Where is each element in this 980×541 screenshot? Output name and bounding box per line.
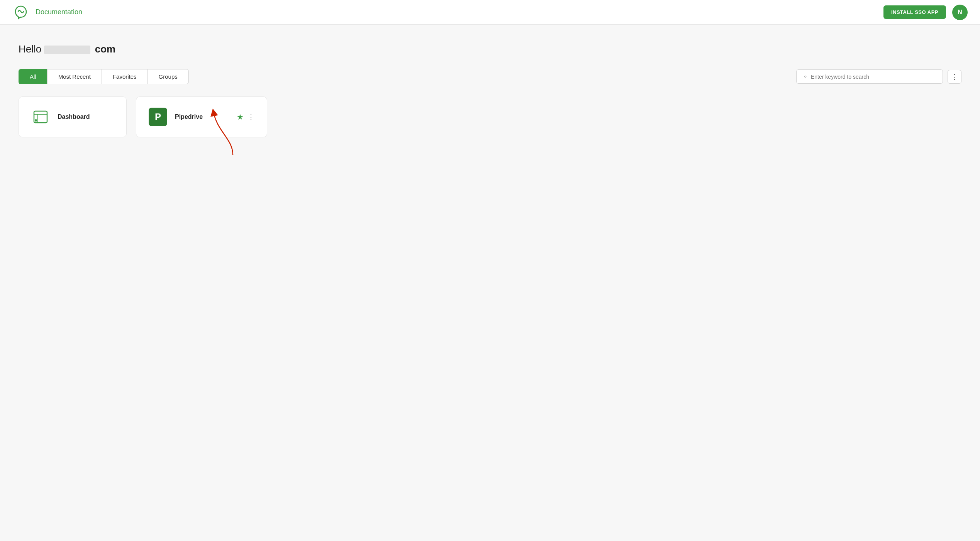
greeting-name-redacted [44,46,90,54]
nav-title: Documentation [36,8,82,16]
navbar-right: INSTALL SSO APP N [883,5,968,20]
navbar-left: Documentation [12,4,82,21]
favorite-star-icon[interactable]: ★ [237,112,244,122]
dashboard-card-title: Dashboard [58,113,90,120]
more-options-button[interactable]: ⋮ [948,70,961,84]
greeting-prefix: Hello [19,43,41,55]
main-content: Hello com All Most Recent Favorites Grou… [0,25,980,150]
tab-groups[interactable]: Groups [148,69,189,84]
card-actions: ★ ⋮ [237,112,254,122]
tab-all[interactable]: All [19,69,47,84]
search-area: ⚬ ⋮ [796,69,961,84]
filter-tabs: All Most Recent Favorites Groups [19,69,189,84]
navbar: Documentation INSTALL SSO APP N [0,0,980,25]
more-options-icon[interactable]: ⋮ [248,113,254,121]
card-pipedrive[interactable]: P Pipedrive ★ ⋮ [136,96,267,137]
cards-row: Dashboard P Pipedrive ★ ⋮ [19,96,961,137]
svg-point-3 [35,119,37,122]
filter-bar: All Most Recent Favorites Groups ⚬ ⋮ [19,69,961,84]
pipedrive-card-title: Pipedrive [175,113,203,120]
greeting: Hello com [19,43,961,55]
pipedrive-card-content: Pipedrive ★ ⋮ [175,112,254,122]
tab-most-recent[interactable]: Most Recent [47,69,102,84]
pipedrive-logo: P [149,108,167,126]
search-icon: ⚬ [803,73,808,80]
install-sso-button[interactable]: INSTALL SSO APP [883,5,946,19]
search-box: ⚬ [796,69,943,84]
tab-favorites[interactable]: Favorites [102,69,148,84]
avatar: N [952,5,968,20]
search-input[interactable] [811,74,936,80]
cards-wrapper: Dashboard P Pipedrive ★ ⋮ [19,96,961,137]
card-dashboard[interactable]: Dashboard [19,96,127,137]
logo-icon [12,4,29,21]
greeting-domain: com [95,43,115,55]
dashboard-icon [31,108,50,126]
